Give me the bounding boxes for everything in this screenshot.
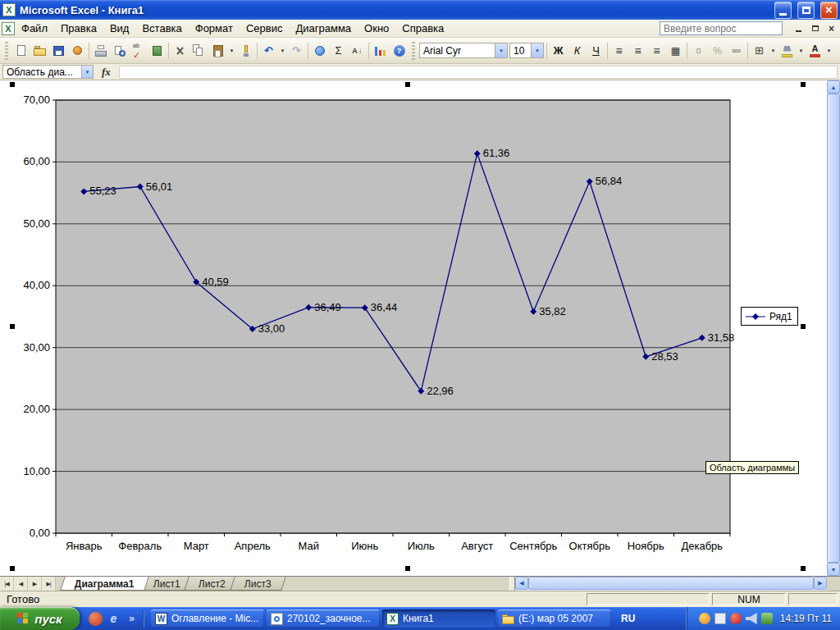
print-icon[interactable] [91,42,110,60]
chart-legend[interactable]: Ряд1 [741,307,798,326]
menu-item-2[interactable]: Правка [54,20,103,37]
paste-icon[interactable] [208,42,227,60]
scroll-up-icon[interactable] [827,80,840,94]
chart[interactable]: 0,0010,0020,0030,0040,0050,0060,0070,00Я… [0,80,827,576]
sort-ascending-icon[interactable] [348,42,367,60]
quick-launch-more-icon[interactable] [125,612,139,626]
quick-launch-icon-1[interactable] [89,612,103,626]
underline-button[interactable]: Ч [587,42,605,60]
tray-icon-1[interactable] [699,613,710,624]
first-sheet-icon[interactable] [0,577,14,591]
tray-icon-2[interactable] [714,613,726,624]
merge-center-icon[interactable] [666,42,685,60]
fill-color-icon[interactable] [778,42,797,60]
italic-button[interactable]: К [568,42,587,60]
hyperlink-icon[interactable] [310,42,329,60]
redo-icon[interactable] [287,42,306,60]
tray-icon-5[interactable] [761,613,773,624]
bold-button[interactable]: Ж [549,42,568,60]
borders-dropdown-icon[interactable] [769,42,778,60]
scroll-left-icon[interactable] [515,577,528,590]
open-icon[interactable] [30,42,49,60]
menu-item-7[interactable]: Диаграмма [289,20,358,37]
chart-selection-handle[interactable] [10,82,15,87]
comma-icon[interactable] [727,42,746,60]
borders-icon[interactable] [750,42,769,60]
paste-dropdown-icon[interactable] [227,42,236,60]
undo-dropdown-icon[interactable] [278,42,287,60]
font-name-combo[interactable]: Arial Cyr [419,43,508,58]
start-button[interactable]: пуск [0,607,80,630]
tray-icon-3[interactable] [730,613,742,624]
workbook-restore-button[interactable] [808,22,822,34]
font-size-combo[interactable]: 10 [509,43,544,58]
chart-selection-handle[interactable] [801,566,806,571]
autosum-icon[interactable] [329,42,348,60]
chart-wizard-icon[interactable] [371,42,390,60]
menu-item-1[interactable]: Файл [15,20,54,37]
permission-icon[interactable] [68,42,87,60]
align-left-icon[interactable] [609,42,628,60]
close-button[interactable] [820,2,838,19]
name-box[interactable]: Область диа... [2,65,81,79]
menu-item-5[interactable]: Формат [189,20,240,37]
menu-item-6[interactable]: Сервис [240,20,290,37]
format-painter-icon[interactable] [236,42,255,60]
vertical-scrollbar-thumb[interactable] [827,94,840,563]
print-preview-icon[interactable] [110,42,129,60]
plot-area[interactable] [56,100,730,533]
align-right-icon[interactable] [647,42,666,60]
chart-selection-handle[interactable] [405,82,410,87]
minimize-button[interactable] [774,2,792,19]
formula-input[interactable] [119,66,838,79]
sheet-tab-4[interactable]: Лист3 [230,577,285,591]
currency-icon[interactable] [689,42,708,60]
research-icon[interactable] [148,42,167,60]
menu-item-3[interactable]: Вид [103,20,136,37]
taskbar-task-2[interactable]: 270102_заочное... [267,609,380,628]
toolbar-grip[interactable] [412,42,415,60]
font-size-dropdown-icon[interactable] [531,43,543,57]
language-indicator[interactable]: RU [621,613,635,624]
chart-selection-handle[interactable] [801,324,806,329]
menu-item-9[interactable]: Справка [395,20,450,37]
copy-icon[interactable] [189,42,208,60]
undo-icon[interactable] [259,42,278,60]
save-icon[interactable] [49,42,68,60]
maximize-button[interactable] [797,2,815,19]
menu-item-8[interactable]: Окно [358,20,395,37]
percent-icon[interactable] [708,42,727,60]
align-center-icon[interactable] [628,42,647,60]
question-input[interactable] [660,21,783,35]
scroll-down-icon[interactable] [827,563,840,576]
font-color-dropdown-icon[interactable] [824,42,833,60]
sheet-tab-1[interactable]: Диаграмма1 [60,577,148,591]
quick-launch-icon-2[interactable] [107,612,121,626]
last-sheet-icon[interactable] [42,577,56,591]
help-icon[interactable] [390,42,409,60]
font-color-icon[interactable] [806,42,824,60]
chart-selection-handle[interactable] [405,566,410,571]
taskbar-task-3[interactable]: Книга1 [382,609,495,628]
taskbar-clock[interactable]: 14:19 Пт 11 [780,613,832,624]
horizontal-scrollbar[interactable] [515,577,827,591]
chart-selection-handle[interactable] [801,82,806,87]
fill-color-dropdown-icon[interactable] [797,42,806,60]
chart-selection-handle[interactable] [10,566,15,571]
workbook-minimize-button[interactable] [792,22,806,34]
tab-split-handle[interactable] [509,577,515,591]
workbook-close-button[interactable] [824,22,838,34]
vertical-scrollbar[interactable] [827,80,840,576]
taskbar-task-4[interactable]: (E:) мар 05 2007 [498,609,611,628]
cut-icon[interactable] [171,42,189,60]
name-box-dropdown-icon[interactable] [81,65,94,79]
scroll-right-icon[interactable] [814,577,827,590]
taskbar-task-1[interactable]: Оглавление - Mic... [151,609,264,628]
next-sheet-icon[interactable] [28,577,42,591]
insert-function-button[interactable]: fx [102,66,111,79]
chart-selection-handle[interactable] [10,324,15,329]
menu-item-4[interactable]: Вставка [135,20,188,37]
new-document-icon[interactable] [11,42,30,60]
volume-icon[interactable] [746,613,757,624]
previous-sheet-icon[interactable] [14,577,28,591]
